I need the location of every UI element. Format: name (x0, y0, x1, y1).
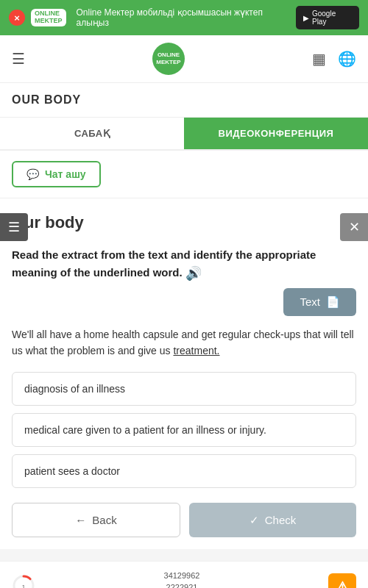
google-play-button[interactable]: ▶ Google Play (296, 6, 359, 29)
hamburger-icon[interactable]: ☰ (12, 50, 25, 68)
page-title-bar: OUR BODY (0, 83, 368, 118)
banner-logo-text: ONLINEMEKTEP (35, 10, 63, 25)
globe-icon[interactable]: 🌐 (338, 50, 356, 68)
menu-side-button[interactable]: ☰ (0, 213, 28, 241)
close-side-button[interactable]: ✕ (340, 213, 368, 241)
banner-left: × ONLINEMEKTEP Online Мектер мобильді қо… (9, 7, 296, 28)
warning-icon: ⚠ (336, 578, 349, 588)
speaker-icon[interactable]: 🔊 (185, 264, 202, 284)
passage-underlined: treatment. (173, 345, 219, 356)
content-title: Our body (12, 213, 356, 232)
text-button-icon: 📄 (326, 295, 340, 309)
tabs-bar: САБАҚ ВИДЕОКОНФЕРЕНЦИЯ (0, 118, 368, 151)
tab-sabak[interactable]: САБАҚ (0, 118, 184, 149)
question-text: Read the extract from the text and ident… (12, 247, 356, 284)
nav-bar: ☰ ONLINEMEKTEP ▦ 🌐 (0, 35, 368, 83)
text-button-container: Text 📄 (12, 288, 356, 316)
bottom-bar: 1 34129962 2222921 22595 ⚠ (0, 561, 368, 588)
svg-text:1: 1 (22, 584, 26, 588)
check-button[interactable]: ✓ Check (189, 503, 356, 537)
nav-icons: ▦ 🌐 (312, 50, 356, 68)
chat-label: Чат ашу (45, 168, 86, 180)
banner-logo: ONLINEMEKTEP (31, 9, 66, 26)
back-button[interactable]: ← Back (12, 503, 180, 537)
text-button[interactable]: Text 📄 (283, 288, 356, 316)
action-buttons: ← Back ✓ Check (12, 503, 356, 537)
nav-logo-text: ONLINEMEKTEP (156, 51, 180, 65)
google-play-icon: ▶ (303, 14, 309, 22)
banner-text: Online Мектер мобильді қосымшасын жүктеп… (72, 7, 296, 28)
progress-circle: 1 (12, 574, 35, 588)
chat-icon: 💬 (26, 168, 39, 180)
top-banner: × ONLINEMEKTEP Online Мектер мобильді қо… (0, 0, 368, 35)
back-arrow-icon: ← (75, 514, 86, 526)
google-play-label: Google Play (312, 10, 352, 26)
bottom-numbers: 34129962 2222921 22595 (164, 570, 200, 588)
main-content: Our body Read the extract from the text … (0, 198, 368, 549)
banner-close-button[interactable]: × (9, 10, 25, 26)
chat-area: 💬 Чат ашу (0, 151, 368, 198)
chat-button[interactable]: 💬 Чат ашу (12, 161, 101, 187)
grid-icon[interactable]: ▦ (312, 50, 326, 68)
check-icon: ✓ (250, 514, 259, 527)
nav-logo: ONLINEMEKTEP (152, 43, 185, 75)
answer-option-2[interactable]: medical care given to a patient for an i… (12, 413, 356, 447)
text-button-label: Text (300, 295, 320, 308)
page-title: OUR BODY (12, 93, 356, 107)
check-label: Check (265, 514, 297, 526)
answer-option-1[interactable]: diagnosis of an illness (12, 372, 356, 406)
passage: We'll all have a home health capsule and… (12, 326, 356, 359)
back-label: Back (92, 514, 116, 526)
progress-svg: 1 (12, 574, 35, 588)
tab-videoconference[interactable]: ВИДЕОКОНФЕРЕНЦИЯ (184, 118, 368, 149)
answer-option-3[interactable]: patient sees a doctor (12, 454, 356, 488)
warning-button[interactable]: ⚠ (328, 573, 356, 588)
